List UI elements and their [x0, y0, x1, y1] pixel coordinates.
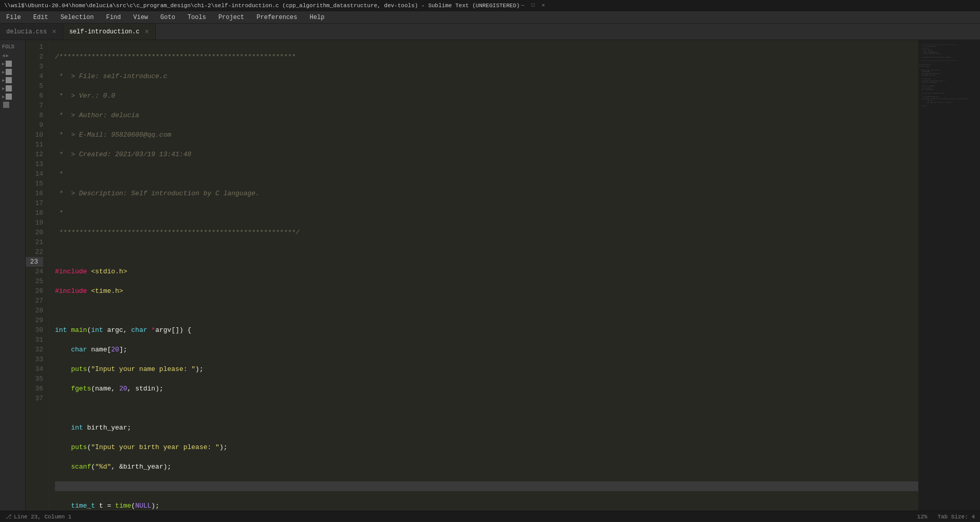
code-line-16: char name[20];: [55, 345, 918, 355]
tab-self-introduction[interactable]: self-introduction.c ×: [63, 24, 156, 40]
line-num-4: 4: [26, 71, 43, 81]
tab-close-css[interactable]: ×: [52, 28, 56, 36]
close-button[interactable]: ✕: [540, 3, 546, 9]
line-num-33: 33: [26, 355, 43, 364]
line-num-27: 27: [26, 296, 43, 306]
menu-tools[interactable]: Tools: [186, 13, 208, 22]
line-num-1: 1: [26, 42, 43, 52]
sidebar-arrow-left[interactable]: ◀: [2, 53, 5, 59]
sidebar-folder-1[interactable]: ▶: [0, 60, 25, 68]
line-num-14: 14: [26, 169, 43, 179]
code-line-19: [55, 403, 918, 413]
folder-icon-2: [6, 69, 12, 75]
line-num-30: 30: [26, 325, 43, 335]
sidebar-arrow-right[interactable]: ▶: [6, 53, 8, 59]
line-num-22: 22: [26, 247, 43, 257]
line-num-9: 9: [26, 120, 43, 130]
sidebar-folder-3[interactable]: ▶: [0, 76, 25, 84]
code-line-24: time_t t = time(NULL);: [55, 501, 918, 511]
line-num-10: 10: [26, 130, 43, 140]
folder-arrow-3: ▶: [2, 78, 5, 83]
line-num-16: 16: [26, 189, 43, 198]
line-num-7: 7: [26, 101, 43, 110]
tab-bar: delucia.css × self-introduction.c ×: [0, 24, 980, 40]
line-num-26: 26: [26, 286, 43, 296]
line-num-34: 34: [26, 364, 43, 374]
folder-icon-5: [6, 94, 12, 100]
menu-find[interactable]: Find: [104, 13, 123, 22]
tab-label: delucia.css: [6, 28, 47, 35]
line-numbers: 1 2 3 4 5 6 7 8 9 10 11 12 13 14 15 16 1…: [26, 40, 49, 511]
sidebar-fold-label: FOLD: [2, 44, 14, 50]
line-num-18: 18: [26, 208, 43, 218]
line-num-25: 25: [26, 276, 43, 286]
code-line-21: puts("Input your birth year please: ");: [55, 442, 918, 452]
menu-project[interactable]: Project: [216, 13, 246, 22]
code-line-2: * > File: self-introduce.c: [55, 71, 918, 81]
minimap: /***************************************…: [918, 40, 980, 511]
code-line-14: [55, 306, 918, 315]
sidebar-folder-6[interactable]: [0, 101, 25, 109]
folder-arrow-1: ▶: [2, 61, 5, 67]
menu-preferences[interactable]: Preferences: [254, 13, 299, 22]
line-num-35: 35: [26, 374, 43, 384]
menu-file[interactable]: File: [4, 13, 23, 22]
sidebar-folder-4[interactable]: ▶: [0, 84, 25, 92]
folder-arrow-5: ▶: [2, 94, 5, 100]
code-line-6: * > Created: 2021/03/19 13:41:48: [55, 150, 918, 159]
sidebar-folder-5[interactable]: ▶: [0, 92, 25, 101]
menu-goto[interactable]: Goto: [158, 13, 177, 22]
line-num-13: 13: [26, 159, 43, 169]
line-num-20: 20: [26, 228, 43, 237]
folder-icon-6: [3, 102, 9, 108]
tab-delucia-css[interactable]: delucia.css ×: [0, 24, 63, 40]
title-text: \\wsl$\Ubuntu-20.04\home\delucia\src\c\c…: [4, 3, 520, 9]
line-num-37: 37: [26, 394, 43, 403]
code-line-3: * > Ver.: 0.0: [55, 91, 918, 101]
line-num-23: 23: [26, 257, 43, 267]
line-num-6: 6: [26, 91, 43, 101]
folder-icon-1: [6, 61, 12, 67]
code-line-23: [55, 481, 918, 491]
menu-selection[interactable]: Selection: [59, 13, 96, 22]
code-line-12: #include <stdio.h>: [55, 267, 918, 276]
code-line-22: scanf("%d", &birth_year);: [55, 462, 918, 472]
line-num-5: 5: [26, 81, 43, 91]
menu-help[interactable]: Help: [308, 13, 327, 22]
code-line-11: [55, 247, 918, 257]
menu-edit[interactable]: Edit: [31, 13, 50, 22]
code-line-20: int birth_year;: [55, 423, 918, 433]
status-left: ⎇ Line 23, Column 1: [5, 513, 71, 520]
menu-view[interactable]: View: [131, 13, 150, 22]
status-position: Line 23, Column 1: [14, 514, 71, 520]
code-line-1: /***************************************…: [55, 52, 918, 62]
code-line-13: #include <time.h>: [55, 286, 918, 296]
code-line-7: *: [55, 169, 918, 179]
line-num-21: 21: [26, 237, 43, 247]
folder-arrow-4: ▶: [2, 86, 5, 91]
sidebar-folder-2[interactable]: ▶: [0, 68, 25, 76]
line-num-19: 19: [26, 218, 43, 228]
maximize-button[interactable]: □: [530, 3, 536, 9]
line-num-36: 36: [26, 384, 43, 394]
status-zoom: 12%: [917, 514, 928, 520]
status-right: 12% Tab Size: 4: [917, 514, 975, 520]
line-num-2: 2: [26, 52, 43, 62]
line-num-11: 11: [26, 140, 43, 150]
code-content[interactable]: /***************************************…: [49, 40, 918, 511]
minimize-button[interactable]: —: [520, 3, 526, 9]
folder-icon-3: [6, 77, 12, 83]
line-num-15: 15: [26, 179, 43, 189]
sidebar-header: FOLD: [0, 42, 25, 52]
line-num-3: 3: [26, 62, 43, 71]
folder-arrow-2: ▶: [2, 69, 5, 75]
line-num-28: 28: [26, 306, 43, 315]
status-bar: ⎇ Line 23, Column 1 12% Tab Size: 4: [0, 511, 980, 522]
code-line-15: int main(int argc, char *argv[]) {: [55, 325, 918, 335]
tab-close-c[interactable]: ×: [144, 28, 149, 36]
code-line-9: *: [55, 208, 918, 218]
sidebar: FOLD ◀ ▶ ▶ ▶ ▶ ▶ ▶: [0, 40, 26, 511]
code-area: 1 2 3 4 5 6 7 8 9 10 11 12 13 14 15 16 1…: [26, 40, 980, 511]
code-line-10: ****************************************…: [55, 228, 918, 237]
code-line-17: puts("Input your name please: ");: [55, 364, 918, 374]
